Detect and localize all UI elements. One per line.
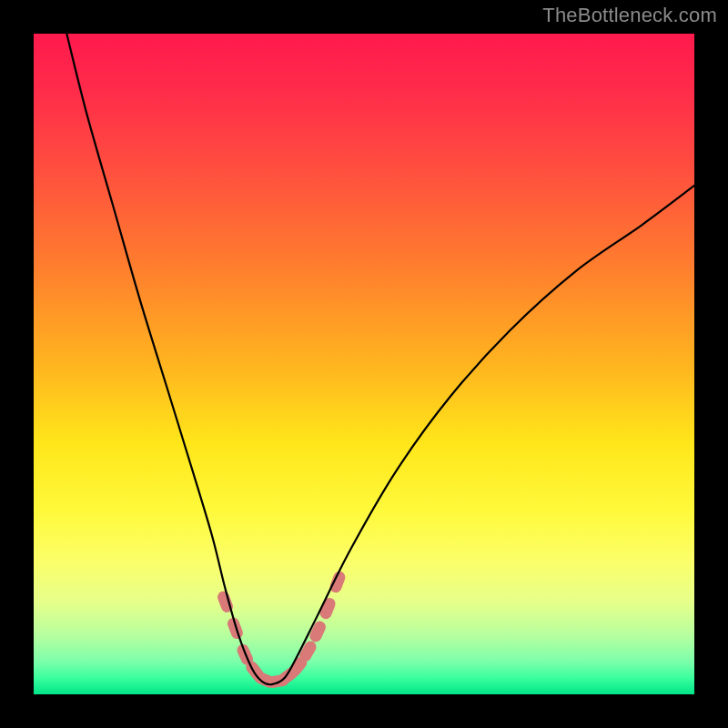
marker-dash — [326, 604, 329, 613]
plot-area — [34, 34, 694, 694]
marker-dash — [224, 597, 228, 606]
highlight-markers — [224, 577, 339, 682]
watermark-label: TheBottleneck.com — [542, 4, 717, 27]
marker-dash — [316, 627, 320, 636]
curve-layer — [34, 34, 694, 694]
marker-dash — [295, 662, 301, 671]
bottleneck-curve — [66, 34, 694, 684]
chart-frame: TheBottleneck.com — [0, 0, 728, 728]
marker-dash — [306, 647, 310, 656]
